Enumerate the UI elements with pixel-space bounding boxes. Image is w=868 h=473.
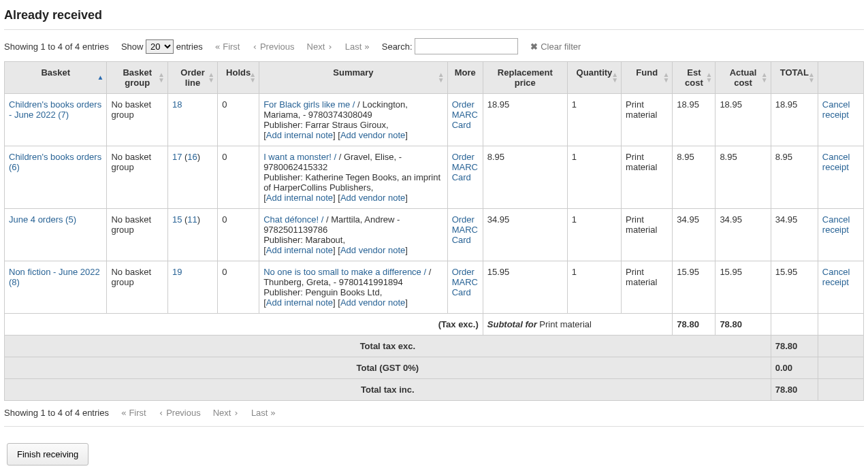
card-link[interactable]: Card <box>452 172 471 182</box>
add-internal-note[interactable]: Add internal note <box>266 130 333 140</box>
sort-icon <box>611 72 618 83</box>
marc-link[interactable]: MARC <box>452 225 478 235</box>
received-table: Basket Basket group Order line Holds Sum… <box>4 61 864 401</box>
sort-asc-icon <box>97 75 104 80</box>
sort-icon <box>249 72 256 83</box>
cancel-receipt[interactable]: Cancel receipt <box>822 99 850 120</box>
total-cell: 18.95 <box>771 94 818 146</box>
basket-group-cell: No basket group <box>107 209 167 261</box>
col-fund[interactable]: Fund <box>622 62 673 94</box>
basket-link[interactable]: June 4 orders (5) <box>9 214 76 225</box>
total-cell: 8.95 <box>771 146 818 209</box>
col-est-cost[interactable]: Est cost <box>673 62 716 94</box>
order-line-link[interactable]: 18 <box>172 99 182 110</box>
card-link[interactable]: Card <box>452 287 471 297</box>
table-row: Children's books orders (6)No basket gro… <box>5 146 864 209</box>
pager-prev[interactable]: ‹ Previous <box>159 408 201 418</box>
col-basket[interactable]: Basket <box>5 62 107 94</box>
total-tax-inc-label: Total tax inc. <box>5 379 771 401</box>
basket-link[interactable]: Children's books orders - June 2022 (7) <box>9 99 101 120</box>
add-internal-note[interactable]: Add internal note <box>266 245 333 255</box>
cancel-receipt[interactable]: Cancel receipt <box>822 267 850 287</box>
divider <box>4 29 864 30</box>
order-link[interactable]: Order <box>452 152 475 162</box>
pager-next[interactable]: Next › <box>213 408 239 418</box>
order-link[interactable]: Order <box>452 267 475 277</box>
bottom-toolbar: Showing 1 to 4 of 4 entries « First ‹ Pr… <box>4 408 864 418</box>
show-select[interactable]: 20 <box>146 39 174 54</box>
search-group: Search: <box>382 38 518 54</box>
chevron-last-icon: » <box>270 408 276 418</box>
replacement-price-cell: 8.95 <box>483 146 567 209</box>
fund-cell: Print material <box>622 146 673 209</box>
total-tax-exc: 78.80 <box>771 336 818 357</box>
marc-link[interactable]: MARC <box>452 162 478 172</box>
order-line-link[interactable]: 15 <box>172 214 182 225</box>
col-order-line[interactable]: Order line <box>167 62 217 94</box>
finish-receiving-button[interactable]: Finish receiving <box>7 443 89 466</box>
col-total[interactable]: TOTAL <box>771 62 818 94</box>
pager-prev[interactable]: ‹ Previous <box>252 42 294 52</box>
quantity-cell: 1 <box>567 94 621 146</box>
summary-cell: I want a monster! / / Gravel, Elise, - 9… <box>259 146 448 209</box>
marc-link[interactable]: MARC <box>452 277 478 287</box>
card-link[interactable]: Card <box>452 235 471 245</box>
col-actions <box>818 62 863 94</box>
pager-top: « First ‹ Previous Next › Last » <box>215 42 370 52</box>
basket-group-cell: No basket group <box>107 261 167 314</box>
total-tax-inc: 78.80 <box>771 379 818 401</box>
est-cost-cell: 34.95 <box>673 209 716 261</box>
order-link[interactable]: Order <box>452 99 475 110</box>
record-title-link[interactable]: Chat défonce! / <box>263 214 323 225</box>
record-title-link[interactable]: I want a monster! / <box>263 152 336 162</box>
col-actual-cost[interactable]: Actual cost <box>716 62 771 94</box>
sort-icon <box>438 72 445 83</box>
record-title-link[interactable]: No one is too small to make a difference… <box>263 267 426 277</box>
pager-next[interactable]: Next › <box>307 42 333 52</box>
col-quantity[interactable]: Quantity <box>567 62 621 94</box>
total-gst-label: Total (GST 0%) <box>5 357 771 379</box>
add-vendor-note[interactable]: Add vendor note <box>340 193 405 203</box>
basket-link[interactable]: Children's books orders (6) <box>9 152 101 172</box>
add-vendor-note[interactable]: Add vendor note <box>340 245 405 255</box>
marc-link[interactable]: MARC <box>452 110 478 120</box>
add-vendor-note[interactable]: Add vendor note <box>340 297 405 308</box>
order-line-link[interactable]: 11 <box>187 214 197 225</box>
subtotal-for: Subtotal for Print material <box>483 314 673 336</box>
chevron-right-icon: › <box>234 408 239 418</box>
quantity-cell: 1 <box>567 146 621 209</box>
summary-cell: No one is too small to make a difference… <box>259 261 448 314</box>
col-holds[interactable]: Holds <box>218 62 259 94</box>
total-tax-exc-row: Total tax exc. 78.80 <box>5 336 864 357</box>
col-more: More <box>447 62 483 94</box>
cancel-receipt[interactable]: Cancel receipt <box>822 152 850 172</box>
order-link[interactable]: Order <box>452 214 475 225</box>
pager-last[interactable]: Last » <box>251 408 276 418</box>
col-replacement-price[interactable]: Replacement price <box>483 62 567 94</box>
cancel-receipt[interactable]: Cancel receipt <box>822 214 850 235</box>
clear-filter[interactable]: ✖ Clear filter <box>530 42 581 52</box>
search-input[interactable] <box>415 38 518 54</box>
record-title-link[interactable]: For Black girls like me / <box>263 99 355 110</box>
pager-last[interactable]: Last » <box>345 42 370 52</box>
pager-first[interactable]: « First <box>215 42 240 52</box>
subtotal-tax-label: (Tax exc.) <box>5 314 483 336</box>
order-line-link[interactable]: 19 <box>172 267 182 277</box>
sort-icon <box>808 72 815 83</box>
col-summary[interactable]: Summary <box>259 62 448 94</box>
add-vendor-note[interactable]: Add vendor note <box>340 130 405 140</box>
chevron-right-icon: › <box>327 42 333 52</box>
basket-group-cell: No basket group <box>107 94 167 146</box>
est-cost-cell: 15.95 <box>673 261 716 314</box>
col-basket-group[interactable]: Basket group <box>107 62 167 94</box>
order-line-link[interactable]: 16 <box>187 152 197 162</box>
pager-first[interactable]: « First <box>121 408 146 418</box>
subtotal-est: 78.80 <box>673 314 716 336</box>
summary-cell: Chat défonce! / / Marttila, Andrew - 978… <box>259 209 448 261</box>
add-internal-note[interactable]: Add internal note <box>266 193 333 203</box>
chevron-left-icon: ‹ <box>159 408 164 418</box>
card-link[interactable]: Card <box>452 120 471 130</box>
basket-link[interactable]: Non fiction - June 2022 (8) <box>9 267 100 287</box>
order-line-link[interactable]: 17 <box>172 152 182 162</box>
add-internal-note[interactable]: Add internal note <box>266 297 333 308</box>
